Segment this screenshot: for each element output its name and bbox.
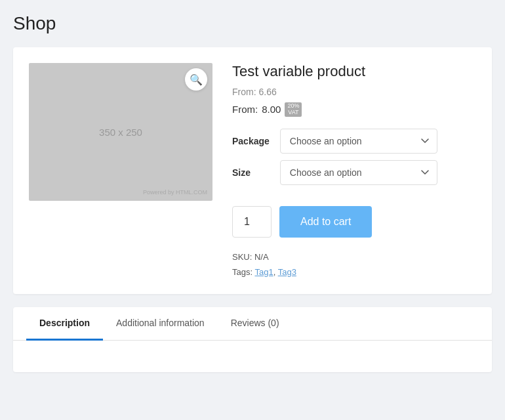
sku-row: SKU: N/A [232,252,476,262]
tag-1-link[interactable]: Tag1 [254,267,273,277]
quantity-input[interactable] [232,206,272,238]
price-from-label: From: [232,87,256,97]
price-vat-label: From: [232,104,258,115]
tab-additional-information[interactable]: Additional information [103,307,218,341]
package-label: Package [232,136,270,146]
options-table: Package Choose an option Size Choose an … [232,129,476,185]
tabs-section: Description Additional information Revie… [13,307,492,372]
size-label: Size [232,167,270,178]
add-to-cart-row: Add to cart [232,206,476,238]
price-vat-row: From: 8.00 20% VAT [232,102,476,117]
product-details: Test variable product From: 6.66 From: 8… [232,63,476,278]
price-original-row: From: 6.66 [232,87,476,97]
product-image: 350 x 250 Powered by HTML.COM [29,63,212,201]
tabs-header: Description Additional information Revie… [13,307,492,341]
sku-label: SKU: [232,252,252,262]
price-original-value: 6.66 [258,87,276,97]
vat-badge: 20% VAT [285,102,302,117]
zoom-icon: 🔍 [190,74,203,86]
image-credit: Powered by HTML.COM [143,189,207,196]
size-select[interactable]: Choose an option [280,160,437,185]
vat-label: VAT [288,110,298,116]
product-card: 350 x 250 Powered by HTML.COM 🔍 Test var… [13,47,492,294]
tags-label: Tags: [232,267,253,277]
product-image-wrapper: 350 x 250 Powered by HTML.COM 🔍 [29,63,212,278]
add-to-cart-button[interactable]: Add to cart [279,206,372,238]
price-vat-value: 8.00 [262,104,281,115]
tab-description[interactable]: Description [26,307,103,341]
image-dimensions-label: 350 x 250 [99,127,142,138]
package-select[interactable]: Choose an option [280,129,437,154]
tab-content [13,341,492,372]
product-name: Test variable product [232,63,476,80]
tag-3-link[interactable]: Tag3 [278,267,296,277]
tags-row: Tags: Tag1, Tag3 [232,267,476,277]
tab-reviews[interactable]: Reviews (0) [218,307,293,341]
zoom-button[interactable]: 🔍 [185,68,207,91]
page-title: Shop [13,13,492,34]
sku-value: N/A [254,252,269,262]
